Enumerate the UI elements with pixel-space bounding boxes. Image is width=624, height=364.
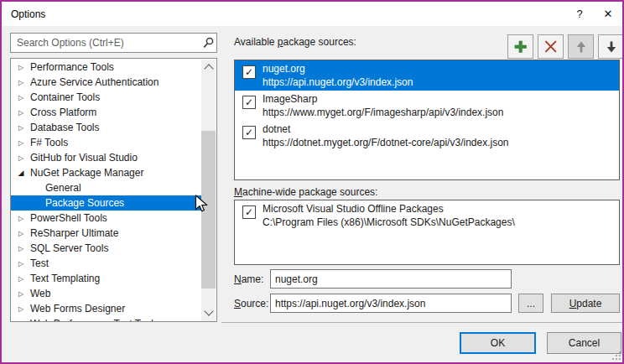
tree-item-label: General — [45, 182, 81, 194]
label-mnemonic: N — [234, 273, 242, 285]
window-title: Options — [11, 8, 45, 20]
tree-item-github-for-visual-studio[interactable]: ▷GitHub for Visual Studio — [11, 150, 201, 165]
label-mnemonic: M — [234, 186, 242, 198]
source-checkbox[interactable]: ✓ — [242, 96, 256, 109]
label-text: ame: — [242, 273, 264, 285]
package-source-row-vs-offline[interactable]: ✓ Microsoft Visual Studio Offline Packag… — [235, 200, 619, 231]
source-name: dotnet — [263, 123, 290, 135]
scrollbar-down-icon[interactable] — [204, 306, 213, 315]
tree-item-label: NuGet Package Manager — [30, 167, 143, 179]
source-url: https://www.myget.org/F/imagesharp/api/v… — [263, 107, 503, 118]
expander-icon[interactable]: ▷ — [16, 139, 26, 147]
expander-icon[interactable]: ▷ — [16, 124, 26, 132]
arrow-down-icon — [605, 40, 618, 54]
tree-item-label: SQL Server Tools — [30, 242, 108, 254]
close-icon: ✕ — [604, 8, 613, 20]
ellipsis-label: ... — [527, 298, 535, 309]
tree-item-text-templating[interactable]: ▷Text Templating — [11, 271, 201, 286]
tree-item-label: Azure Service Authentication — [30, 76, 159, 88]
tree-item-label: Text Templating — [30, 273, 100, 284]
help-icon: ? — [576, 8, 582, 20]
tree-item-general[interactable]: General — [11, 180, 201, 195]
expander-icon[interactable]: ▷ — [16, 215, 26, 222]
package-source-row-imagesharp[interactable]: ✓ ImageSharp https://www.myget.org/F/ima… — [235, 91, 619, 121]
options-dialog: Options ? ✕ ▷Performance Tools ▷Azure Se… — [0, 0, 624, 364]
label-text: Available — [234, 36, 278, 48]
tree-item-database-tools[interactable]: ▷Database Tools — [11, 120, 201, 135]
source-url: https://api.nuget.org/v3/index.json — [263, 76, 413, 88]
expander-icon[interactable]: ▷ — [16, 79, 26, 86]
source-checkbox[interactable]: ✓ — [242, 126, 256, 139]
title-bar-buttons: ? ✕ — [565, 2, 622, 26]
source-checkbox[interactable]: ✓ — [242, 65, 256, 79]
ok-button[interactable]: OK — [460, 332, 536, 354]
label-text: achine-wide package sources: — [242, 186, 377, 198]
tree-item-label: Container Tools — [30, 91, 100, 103]
move-up-button[interactable] — [568, 34, 594, 59]
ok-label: OK — [491, 337, 505, 349]
tree-item-web-forms-designer[interactable]: ▷Web Forms Designer — [11, 301, 201, 316]
label-text: ackage sources: — [283, 36, 356, 48]
tree-item-label: ReSharper Ultimate — [30, 227, 118, 239]
move-down-button[interactable] — [598, 34, 624, 59]
package-source-row-dotnet[interactable]: ✓ dotnet https://dotnet.myget.org/F/dotn… — [235, 121, 619, 151]
tree-item-performance-tools[interactable]: ▷Performance Tools — [11, 60, 201, 75]
name-input[interactable] — [270, 269, 512, 289]
expander-icon[interactable]: ▷ — [16, 260, 26, 268]
expander-icon[interactable]: ▷ — [16, 64, 26, 71]
search-box — [10, 33, 217, 53]
tree-item-cross-platform[interactable]: ▷Cross Platform — [11, 105, 201, 120]
tree-item-web[interactable]: ▷Web — [11, 286, 201, 301]
expander-icon[interactable]: ▷ — [16, 305, 26, 313]
expander-icon[interactable]: ▷ — [16, 154, 26, 162]
expander-icon[interactable]: ▷ — [16, 109, 26, 117]
available-sources-label: Available package sources: — [234, 36, 356, 48]
search-input[interactable] — [15, 36, 200, 49]
help-button[interactable]: ? — [565, 2, 594, 26]
tree-item-web-performance-test-tools[interactable]: ▷Web Performance Test Tools — [11, 316, 201, 322]
tree-item-powershell-tools[interactable]: ▷PowerShell Tools — [11, 211, 201, 226]
source-input[interactable] — [270, 294, 512, 313]
source-checkbox[interactable]: ✓ — [242, 205, 256, 219]
expander-icon[interactable]: ▷ — [16, 245, 26, 252]
expander-icon[interactable]: ▷ — [16, 230, 26, 237]
tree-item-sql-server-tools[interactable]: ▷SQL Server Tools — [11, 241, 201, 256]
tree-item-label: Web Forms Designer — [30, 303, 125, 315]
label-mnemonic: p — [278, 36, 283, 48]
close-button[interactable]: ✕ — [594, 2, 622, 26]
expander-icon[interactable]: ▷ — [16, 290, 26, 298]
cancel-label: Cancel — [569, 337, 600, 349]
check-icon: ✓ — [245, 67, 253, 77]
tree-item-container-tools[interactable]: ▷Container Tools — [11, 90, 201, 105]
tree-item-fsharp-tools[interactable]: ▷F# Tools — [11, 135, 201, 150]
label-text: ource: — [241, 298, 268, 309]
label-mnemonic: U — [569, 298, 577, 309]
expander-icon[interactable]: ▷ — [16, 275, 26, 283]
available-sources-list: ✓ nuget.org https://api.nuget.org/v3/ind… — [234, 60, 620, 180]
tree-item-nuget-package-manager[interactable]: ◢NuGet Package Manager — [11, 165, 201, 180]
label-mnemonic: S — [234, 298, 241, 309]
tree-rows: ▷Performance Tools ▷Azure Service Authen… — [11, 60, 201, 322]
tree-item-resharper-ultimate[interactable]: ▷ReSharper Ultimate — [11, 226, 201, 241]
expander-icon[interactable]: ▷ — [16, 94, 26, 101]
source-name: Microsoft Visual Studio Offline Packages — [263, 203, 444, 215]
tree-item-package-sources[interactable]: Package Sources — [11, 195, 201, 211]
source-name: ImageSharp — [263, 93, 317, 105]
resize-grip[interactable] — [611, 350, 621, 361]
expander-icon[interactable]: ▷ — [16, 320, 26, 323]
scrollbar-up-icon[interactable] — [204, 64, 213, 73]
title-bar: Options ? ✕ — [2, 2, 622, 26]
remove-source-button[interactable] — [538, 34, 564, 59]
tree-scrollbar[interactable] — [201, 60, 216, 322]
expander-icon[interactable]: ◢ — [16, 169, 26, 177]
add-source-button[interactable] — [507, 34, 533, 59]
name-label: Name: — [234, 273, 263, 285]
tree-item-label: PowerShell Tools — [30, 212, 107, 224]
tree-item-azure-service-authentication[interactable]: ▷Azure Service Authentication — [11, 75, 201, 90]
browse-button[interactable]: ... — [518, 294, 543, 313]
update-button[interactable]: Update — [551, 294, 620, 313]
tree-item-test[interactable]: ▷Test — [11, 256, 201, 271]
scrollbar-thumb[interactable] — [201, 131, 216, 289]
tree-item-label: Package Sources — [45, 197, 124, 209]
package-source-row-nuget-org[interactable]: ✓ nuget.org https://api.nuget.org/v3/ind… — [235, 60, 619, 91]
